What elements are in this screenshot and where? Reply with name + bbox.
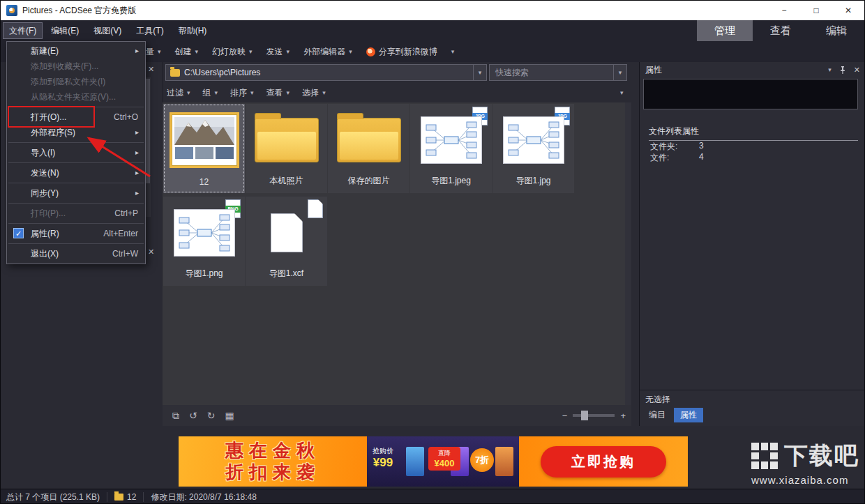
group-dropdown[interactable]: 组▾ xyxy=(203,87,218,99)
file-list-scrollbar[interactable] xyxy=(625,102,631,405)
menu-item-sync[interactable]: 同步(Y)▸ xyxy=(7,185,145,201)
filter-dropdown[interactable]: 过滤▾ xyxy=(167,87,190,99)
properties-title: 属性 xyxy=(645,64,662,76)
menu-item-properties[interactable]: ✓属性(R)Alt+Enter xyxy=(7,226,145,241)
titlebar: Pictures - ACDSee 官方免费版 − □ ✕ xyxy=(1,1,864,20)
submenu-arrow-icon: ▸ xyxy=(135,165,139,181)
minimize-button[interactable]: − xyxy=(768,1,800,20)
menu-tools[interactable]: 工具(T) xyxy=(130,22,170,39)
scrollbar-thumb[interactable] xyxy=(145,79,150,183)
file-tile-jpg[interactable]: JPG xyxy=(492,104,574,193)
toolbar-send[interactable]: 发送▾ xyxy=(266,46,290,58)
folder-icon xyxy=(114,494,123,501)
minimize-icon: − xyxy=(781,6,786,15)
properties-tabs: 编目 属性 xyxy=(642,408,703,422)
toolbar-overflow[interactable]: ▾ xyxy=(451,48,455,55)
property-row: 文件: 4 xyxy=(650,152,669,164)
close-icon[interactable]: ✕ xyxy=(854,66,860,75)
panel-close-button[interactable]: ✕ xyxy=(148,65,154,74)
rotate-left-icon[interactable]: ↺ xyxy=(189,410,197,421)
toolbar-external-editor[interactable]: 外部编辑器▾ xyxy=(303,46,352,58)
toolbar-share-weibo[interactable]: 分享到新浪微博 xyxy=(366,46,437,58)
address-bar[interactable]: C:\Users\pc\Pictures ▾ xyxy=(165,64,487,81)
chevron-down-icon: ▾ xyxy=(287,89,290,96)
image-thumbnail xyxy=(163,201,245,265)
tab-properties[interactable]: 属性 xyxy=(674,408,703,422)
menu-separator xyxy=(8,223,144,224)
file-name: 导图1.png xyxy=(163,268,245,280)
filter-overflow-button[interactable]: ▾ xyxy=(620,84,624,101)
file-tile-jpeg[interactable]: JPG xyxy=(410,104,492,193)
menu-item-add-to-favorites: 添加到收藏夹(F)... xyxy=(7,59,145,74)
mode-manage-button[interactable]: 管理 xyxy=(697,20,753,41)
shortcut-label: Alt+Enter xyxy=(103,226,138,241)
toolbar-create[interactable]: 创建▾ xyxy=(175,46,199,58)
menu-item-external-programs[interactable]: 外部程序(S)▸ xyxy=(7,125,145,140)
menu-help[interactable]: 帮助(H) xyxy=(172,22,213,39)
file-menu-dropdown: 新建(E)▸ 添加到收藏夹(F)... 添加到隐私文件夹(I) 从隐私文件夹还原… xyxy=(6,41,146,264)
view-dropdown[interactable]: 查看▾ xyxy=(266,87,290,99)
file-name: 12 xyxy=(163,177,245,187)
ad-price-badge: 抢购价¥99 xyxy=(373,446,393,470)
toolbar-slideshow[interactable]: 幻灯放映▾ xyxy=(212,46,253,58)
close-button[interactable]: ✕ xyxy=(832,1,864,20)
ad-cta-button[interactable]: 立即抢购 xyxy=(541,446,666,478)
ad-banner[interactable]: 惠在金秋 折扣来袭 抢购价¥99 直降¥400 7折 立即抢购 xyxy=(179,436,688,487)
copy-icon[interactable]: ⧉ xyxy=(172,410,179,422)
mode-buttons: 管理 查看 编辑 xyxy=(697,20,864,41)
product-box xyxy=(406,447,424,476)
rotate-right-icon[interactable]: ↻ xyxy=(207,410,216,421)
acdsee-window: Pictures - ACDSee 官方免费版 − □ ✕ 文件(F) 编辑(E… xyxy=(0,0,865,504)
grid-view-icon[interactable]: ▦ xyxy=(225,410,234,421)
search-dropdown-button[interactable]: ▾ xyxy=(613,65,626,80)
zoom-out-button[interactable]: − xyxy=(562,411,568,421)
mode-view-button[interactable]: 查看 xyxy=(753,20,808,41)
ad-products: 抢购价¥99 直降¥400 7折 xyxy=(367,436,519,487)
ad-cta-area: 立即抢购 xyxy=(519,436,688,487)
menu-separator xyxy=(8,107,144,107)
shortcut-label: Ctrl+W xyxy=(112,246,138,261)
content-footer: ⧉ ↺ ↻ ▦ − + xyxy=(163,405,631,426)
chevron-down-icon: ▾ xyxy=(451,48,455,55)
menu-item-send[interactable]: 发送(N)▸ xyxy=(7,165,145,181)
menu-view[interactable]: 视图(V) xyxy=(87,22,128,39)
selection-status: 无选择 xyxy=(645,394,670,406)
zoom-in-button[interactable]: + xyxy=(620,411,626,421)
zoom-slider-thumb[interactable] xyxy=(581,411,588,420)
mindmap-thumbnail xyxy=(507,121,560,160)
mode-edit-button[interactable]: 编辑 xyxy=(808,20,864,41)
image-thumbnail xyxy=(492,108,574,172)
panel-close-button[interactable]: ✕ xyxy=(148,247,154,257)
menu-item-new[interactable]: 新建(E)▸ xyxy=(7,43,145,59)
image-thumbnail xyxy=(410,108,492,172)
file-tile-folder-local-photos[interactable]: 本机照片 xyxy=(246,104,327,193)
quick-search-input[interactable]: 快速搜索 ▾ xyxy=(489,64,627,81)
menu-item-exit[interactable]: 退出(X)Ctrl+W xyxy=(7,246,145,261)
menu-item-add-to-private-folder: 添加到隐私文件夹(I) xyxy=(7,74,145,89)
menu-edit[interactable]: 编辑(E) xyxy=(45,22,85,39)
pin-icon[interactable] xyxy=(839,66,846,74)
menu-file[interactable]: 文件(F) xyxy=(3,22,43,39)
chevron-down-icon: ▾ xyxy=(620,89,624,96)
file-tile-folder-12[interactable]: 12 xyxy=(163,104,245,193)
maximize-icon: □ xyxy=(813,6,818,15)
menu-separator xyxy=(8,203,144,204)
maximize-button[interactable]: □ xyxy=(800,1,832,20)
file-tile-xcf[interactable]: 导图1.xcf xyxy=(246,197,327,286)
chevron-down-icon: ▾ xyxy=(187,89,190,96)
chevron-down-icon: ▾ xyxy=(322,89,326,96)
path-dropdown-button[interactable]: ▾ xyxy=(473,65,486,80)
zoom-slider[interactable] xyxy=(573,414,615,417)
menu-item-import[interactable]: 导入(I)▸ xyxy=(7,145,145,160)
file-name: 导图1.jpg xyxy=(492,175,574,187)
chevron-down-icon: ▾ xyxy=(195,48,199,55)
file-tile-folder-saved-pictures[interactable]: 保存的图片 xyxy=(328,104,409,193)
menu-item-open[interactable]: 打开(O)...Ctrl+O xyxy=(7,109,145,125)
select-dropdown[interactable]: 选择▾ xyxy=(302,87,326,99)
photo-strip xyxy=(175,147,234,159)
file-tile-png[interactable]: PNG xyxy=(163,197,245,286)
tab-catalog[interactable]: 编目 xyxy=(642,408,672,422)
sort-dropdown[interactable]: 排序▾ xyxy=(230,87,254,99)
shortcut-label: Ctrl+P xyxy=(114,206,138,221)
chevron-down-icon[interactable]: ▾ xyxy=(828,66,832,73)
